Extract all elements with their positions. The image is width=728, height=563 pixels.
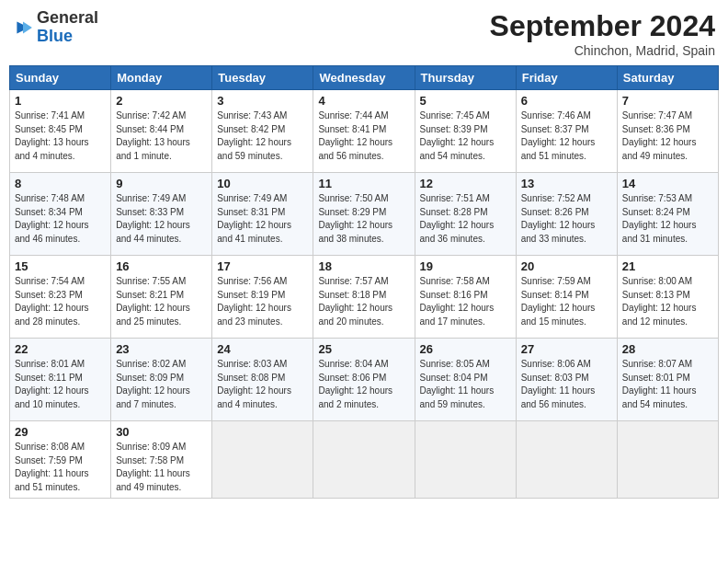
calendar-day-cell: 1Sunrise: 7:41 AM Sunset: 8:45 PM Daylig… (10, 90, 111, 173)
day-info: Sunrise: 7:41 AM Sunset: 8:45 PM Dayligh… (15, 109, 106, 163)
day-number: 21 (622, 259, 713, 273)
weekday-header-thursday: Thursday (415, 66, 516, 90)
day-info: Sunrise: 7:55 AM Sunset: 8:21 PM Dayligh… (116, 275, 207, 328)
day-info: Sunrise: 8:03 AM Sunset: 8:08 PM Dayligh… (217, 358, 308, 411)
day-number: 9 (116, 177, 207, 190)
location: Chinchon, Madrid, Spain (490, 43, 715, 58)
day-number: 13 (521, 177, 612, 190)
day-info: Sunrise: 7:50 AM Sunset: 8:29 PM Dayligh… (318, 192, 409, 246)
day-info: Sunrise: 8:06 AM Sunset: 8:03 PM Dayligh… (521, 358, 612, 411)
calendar-day-cell: 20Sunrise: 7:59 AM Sunset: 8:14 PM Dayli… (516, 256, 617, 339)
calendar-day-cell (617, 421, 718, 499)
day-info: Sunrise: 7:49 AM Sunset: 8:31 PM Dayligh… (217, 192, 308, 246)
calendar-day-cell: 7Sunrise: 7:47 AM Sunset: 8:36 PM Daylig… (617, 90, 718, 173)
logo-blue: Blue (37, 27, 73, 45)
day-number: 1 (15, 94, 106, 108)
calendar-week-5: 29Sunrise: 8:08 AM Sunset: 7:59 PM Dayli… (10, 421, 719, 499)
day-info: Sunrise: 8:09 AM Sunset: 7:58 PM Dayligh… (116, 441, 207, 494)
weekday-header-monday: Monday (111, 66, 212, 90)
day-info: Sunrise: 7:58 AM Sunset: 8:16 PM Dayligh… (420, 275, 511, 328)
day-number: 29 (15, 425, 106, 439)
day-info: Sunrise: 7:59 AM Sunset: 8:14 PM Dayligh… (521, 275, 612, 328)
calendar-day-cell: 5Sunrise: 7:45 AM Sunset: 8:39 PM Daylig… (415, 90, 516, 173)
day-number: 11 (318, 177, 409, 190)
day-info: Sunrise: 8:08 AM Sunset: 7:59 PM Dayligh… (15, 441, 106, 494)
day-number: 8 (15, 177, 106, 190)
calendar-week-2: 8Sunrise: 7:48 AM Sunset: 8:34 PM Daylig… (10, 173, 719, 256)
calendar-day-cell: 29Sunrise: 8:08 AM Sunset: 7:59 PM Dayli… (10, 421, 111, 499)
title-block: September 2024 Chinchon, Madrid, Spain (490, 9, 715, 58)
calendar-day-cell: 27Sunrise: 8:06 AM Sunset: 8:03 PM Dayli… (516, 339, 617, 421)
calendar-day-cell: 4Sunrise: 7:44 AM Sunset: 8:41 PM Daylig… (313, 90, 415, 173)
day-number: 26 (420, 342, 511, 356)
calendar-table: SundayMondayTuesdayWednesdayThursdayFrid… (9, 65, 719, 499)
logo-text: General Blue (37, 9, 98, 46)
calendar-day-cell: 2Sunrise: 7:42 AM Sunset: 8:44 PM Daylig… (111, 90, 212, 173)
calendar-day-cell: 26Sunrise: 8:05 AM Sunset: 8:04 PM Dayli… (415, 339, 516, 421)
calendar-day-cell (415, 421, 516, 499)
day-info: Sunrise: 7:42 AM Sunset: 8:44 PM Dayligh… (116, 109, 207, 163)
calendar-day-cell: 25Sunrise: 8:04 AM Sunset: 8:06 PM Dayli… (313, 339, 415, 421)
day-info: Sunrise: 7:43 AM Sunset: 8:42 PM Dayligh… (217, 109, 308, 163)
weekday-header-friday: Friday (516, 66, 617, 90)
day-info: Sunrise: 7:53 AM Sunset: 8:24 PM Dayligh… (622, 192, 713, 246)
day-number: 12 (420, 177, 511, 190)
day-info: Sunrise: 7:46 AM Sunset: 8:37 PM Dayligh… (521, 109, 612, 163)
day-number: 20 (521, 259, 612, 273)
calendar-day-cell: 3Sunrise: 7:43 AM Sunset: 8:42 PM Daylig… (212, 90, 313, 173)
svg-marker-1 (23, 21, 32, 33)
calendar-day-cell: 19Sunrise: 7:58 AM Sunset: 8:16 PM Dayli… (415, 256, 516, 339)
day-info: Sunrise: 8:07 AM Sunset: 8:01 PM Dayligh… (622, 358, 713, 411)
logo-general: General (37, 8, 98, 27)
calendar-day-cell: 24Sunrise: 8:03 AM Sunset: 8:08 PM Dayli… (212, 339, 313, 421)
day-info: Sunrise: 7:44 AM Sunset: 8:41 PM Dayligh… (318, 109, 409, 163)
calendar-day-cell: 22Sunrise: 8:01 AM Sunset: 8:11 PM Dayli… (10, 339, 111, 421)
calendar-day-cell: 23Sunrise: 8:02 AM Sunset: 8:09 PM Dayli… (111, 339, 212, 421)
day-number: 30 (116, 425, 207, 439)
day-number: 14 (622, 177, 713, 190)
day-number: 16 (116, 259, 207, 273)
calendar-week-4: 22Sunrise: 8:01 AM Sunset: 8:11 PM Dayli… (10, 339, 719, 421)
calendar-day-cell: 6Sunrise: 7:46 AM Sunset: 8:37 PM Daylig… (516, 90, 617, 173)
calendar-day-cell (313, 421, 415, 499)
day-info: Sunrise: 7:47 AM Sunset: 8:36 PM Dayligh… (622, 109, 713, 163)
calendar-day-cell: 12Sunrise: 7:51 AM Sunset: 8:28 PM Dayli… (415, 173, 516, 256)
day-info: Sunrise: 8:01 AM Sunset: 8:11 PM Dayligh… (15, 358, 106, 411)
calendar-day-cell: 8Sunrise: 7:48 AM Sunset: 8:34 PM Daylig… (10, 173, 111, 256)
day-number: 24 (217, 342, 308, 356)
day-info: Sunrise: 7:56 AM Sunset: 8:19 PM Dayligh… (217, 275, 308, 328)
day-info: Sunrise: 8:02 AM Sunset: 8:09 PM Dayligh… (116, 358, 207, 411)
calendar-day-cell: 11Sunrise: 7:50 AM Sunset: 8:29 PM Dayli… (313, 173, 415, 256)
month-title: September 2024 (490, 9, 715, 43)
page-header: General Blue September 2024 Chinchon, Ma… (9, 9, 719, 58)
day-info: Sunrise: 8:05 AM Sunset: 8:04 PM Dayligh… (420, 358, 511, 411)
day-info: Sunrise: 7:52 AM Sunset: 8:26 PM Dayligh… (521, 192, 612, 246)
day-number: 3 (217, 94, 308, 108)
calendar-day-cell: 9Sunrise: 7:49 AM Sunset: 8:33 PM Daylig… (111, 173, 212, 256)
weekday-header-tuesday: Tuesday (212, 66, 313, 90)
day-number: 17 (217, 259, 308, 273)
day-number: 6 (521, 94, 612, 108)
logo: General Blue (13, 9, 98, 46)
calendar-day-cell: 17Sunrise: 7:56 AM Sunset: 8:19 PM Dayli… (212, 256, 313, 339)
calendar-week-1: 1Sunrise: 7:41 AM Sunset: 8:45 PM Daylig… (10, 90, 719, 173)
calendar-day-cell: 14Sunrise: 7:53 AM Sunset: 8:24 PM Dayli… (617, 173, 718, 256)
calendar-day-cell: 18Sunrise: 7:57 AM Sunset: 8:18 PM Dayli… (313, 256, 415, 339)
logo-icon (13, 17, 33, 38)
calendar-day-cell (516, 421, 617, 499)
day-number: 25 (318, 342, 409, 356)
day-info: Sunrise: 8:00 AM Sunset: 8:13 PM Dayligh… (622, 275, 713, 328)
calendar-day-cell: 21Sunrise: 8:00 AM Sunset: 8:13 PM Dayli… (617, 256, 718, 339)
day-info: Sunrise: 7:49 AM Sunset: 8:33 PM Dayligh… (116, 192, 207, 246)
day-number: 4 (318, 94, 409, 108)
calendar-day-cell: 30Sunrise: 8:09 AM Sunset: 7:58 PM Dayli… (111, 421, 212, 499)
day-number: 15 (15, 259, 106, 273)
weekday-header-wednesday: Wednesday (313, 66, 415, 90)
day-info: Sunrise: 7:48 AM Sunset: 8:34 PM Dayligh… (15, 192, 106, 246)
day-number: 19 (420, 259, 511, 273)
day-number: 10 (217, 177, 308, 190)
weekday-header-sunday: Sunday (10, 66, 111, 90)
calendar-day-cell: 28Sunrise: 8:07 AM Sunset: 8:01 PM Dayli… (617, 339, 718, 421)
day-number: 22 (15, 342, 106, 356)
day-info: Sunrise: 8:04 AM Sunset: 8:06 PM Dayligh… (318, 358, 409, 411)
